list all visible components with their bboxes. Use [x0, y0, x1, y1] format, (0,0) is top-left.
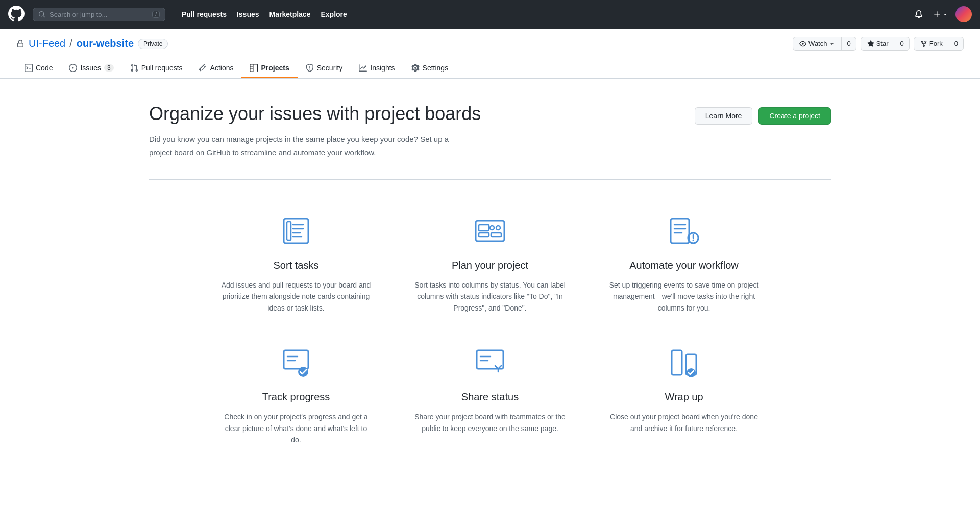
github-logo[interactable] — [8, 6, 24, 23]
add-button[interactable] — [929, 7, 952, 21]
tab-actions[interactable]: Actions — [191, 59, 242, 78]
tab-code-label: Code — [36, 64, 53, 72]
share-status-icon — [470, 342, 510, 383]
plus-icon — [933, 10, 941, 18]
svg-rect-7 — [479, 225, 489, 231]
fork-button[interactable]: Fork — [914, 37, 949, 51]
svg-rect-19 — [284, 350, 308, 369]
hero-actions: Learn More Create a project — [695, 107, 831, 125]
projects-hero: Organize your issues with project boards… — [149, 103, 831, 159]
lock-icon — [16, 40, 24, 48]
search-icon — [38, 11, 45, 18]
repo-header: UI-Feed / our-website Private Watch 0 — [0, 29, 980, 79]
star-icon — [867, 40, 874, 47]
settings-icon — [411, 64, 420, 72]
tab-issues-count: 3 — [104, 64, 114, 72]
feature-plan-project: Plan your project Sort tasks into column… — [403, 210, 577, 314]
main-content: Organize your issues with project boards… — [133, 79, 847, 470]
star-button[interactable]: Star — [861, 37, 895, 51]
tab-security[interactable]: Security — [298, 59, 351, 78]
code-icon — [24, 64, 33, 72]
feature-share-status-title: Share status — [461, 391, 519, 403]
tab-insights-label: Insights — [370, 64, 395, 72]
watch-button[interactable]: Watch — [793, 37, 842, 51]
svg-point-9 — [496, 226, 500, 230]
feature-share-status-desc: Share your project board with teammates … — [413, 411, 567, 434]
plan-project-icon — [470, 210, 510, 251]
search-bar[interactable]: Search or jump to... / — [33, 8, 165, 21]
features-grid: Sort tasks Add issues and pull requests … — [209, 210, 771, 445]
svg-rect-12 — [671, 219, 689, 243]
watch-chevron-icon — [829, 41, 835, 47]
security-icon — [306, 64, 314, 72]
repo-tabs: Code Issues 3 Pull requests Actions Proj… — [16, 59, 964, 78]
feature-wrap-up-desc: Close out your project board when you're… — [607, 411, 761, 434]
hero-title: Organize your issues with project boards — [149, 103, 481, 125]
insights-icon — [359, 64, 367, 72]
tab-insights[interactable]: Insights — [351, 59, 403, 78]
feature-sort-tasks-desc: Add issues and pull requests to your boa… — [219, 279, 373, 314]
fork-icon — [920, 40, 927, 47]
svg-rect-27 — [672, 350, 682, 375]
feature-sort-tasks-title: Sort tasks — [274, 259, 319, 271]
feature-plan-project-title: Plan your project — [452, 259, 528, 271]
watch-count: 0 — [842, 37, 856, 51]
hero-text: Organize your issues with project boards… — [149, 103, 481, 159]
private-badge: Private — [138, 39, 168, 49]
star-count: 0 — [895, 37, 910, 51]
feature-automate-workflow-title: Automate your workflow — [629, 259, 738, 271]
nav-explore[interactable]: Explore — [316, 7, 351, 21]
svg-rect-23 — [477, 350, 503, 369]
tab-projects-label: Projects — [261, 64, 289, 72]
repo-slash: / — [69, 38, 72, 50]
repo-name-link[interactable]: our-website — [77, 38, 134, 50]
tab-actions-label: Actions — [210, 64, 234, 72]
issues-icon — [69, 64, 77, 72]
feature-sort-tasks: Sort tasks Add issues and pull requests … — [209, 210, 383, 314]
top-nav: Search or jump to... / Pull requests Iss… — [0, 0, 980, 29]
repo-org-link[interactable]: UI-Feed — [29, 38, 65, 50]
top-nav-right — [912, 6, 972, 22]
tab-projects[interactable]: Projects — [241, 59, 297, 78]
track-progress-icon — [276, 342, 316, 383]
tab-security-label: Security — [317, 64, 343, 72]
avatar[interactable] — [955, 6, 972, 22]
repo-title-row: UI-Feed / our-website Private Watch 0 — [16, 37, 964, 59]
fork-count: 0 — [949, 37, 964, 51]
github-logo-icon — [8, 6, 24, 22]
pull-requests-icon — [130, 64, 138, 72]
tab-settings[interactable]: Settings — [403, 59, 457, 78]
nav-pull-requests[interactable]: Pull requests — [178, 7, 231, 21]
star-action: Star 0 — [861, 37, 910, 51]
watch-label: Watch — [808, 40, 827, 47]
sort-tasks-icon — [276, 210, 316, 251]
feature-wrap-up: Wrap up Close out your project board whe… — [597, 342, 771, 445]
divider — [149, 179, 831, 180]
feature-track-progress-desc: Check in on your project's progress and … — [219, 411, 373, 445]
feature-share-status: Share status Share your project board wi… — [403, 342, 577, 445]
chevron-down-icon — [942, 11, 948, 17]
feature-plan-project-desc: Sort tasks into columns by status. You c… — [413, 279, 567, 314]
nav-marketplace[interactable]: Marketplace — [265, 7, 315, 21]
notifications-button[interactable] — [912, 7, 926, 21]
tab-pull-requests-label: Pull requests — [141, 64, 183, 72]
nav-issues[interactable]: Issues — [233, 7, 263, 21]
fork-label: Fork — [929, 40, 943, 47]
svg-rect-10 — [479, 233, 489, 237]
svg-point-18 — [693, 240, 694, 241]
wrap-up-icon — [664, 342, 704, 383]
feature-track-progress: Track progress Check in on your project'… — [209, 342, 383, 445]
top-nav-links: Pull requests Issues Marketplace Explore — [178, 7, 351, 21]
feature-track-progress-title: Track progress — [262, 391, 330, 403]
create-project-button[interactable]: Create a project — [758, 107, 831, 125]
tab-pull-requests[interactable]: Pull requests — [122, 59, 191, 78]
repo-actions: Watch 0 Star 0 — [793, 37, 964, 51]
svg-rect-11 — [491, 233, 501, 237]
tab-code[interactable]: Code — [16, 59, 61, 78]
learn-more-button[interactable]: Learn More — [695, 107, 753, 125]
tab-issues[interactable]: Issues 3 — [61, 59, 121, 78]
projects-icon — [250, 64, 258, 72]
automate-workflow-icon — [664, 210, 704, 251]
eye-icon — [799, 40, 806, 47]
tab-settings-label: Settings — [423, 64, 449, 72]
